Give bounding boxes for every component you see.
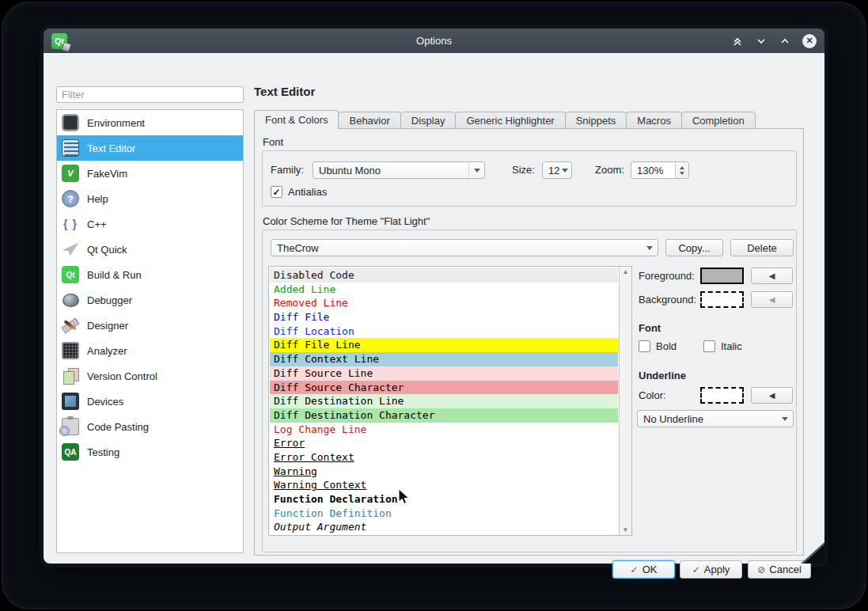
zoom-spinbox[interactable]: 130%	[631, 161, 689, 179]
apply-button[interactable]: ✓ Apply	[680, 560, 742, 579]
color-scheme-list: Disabled CodeAdded LineRemoved LineDiff …	[268, 266, 632, 536]
check-icon: ✓	[631, 564, 639, 575]
chevron-down-icon	[468, 162, 484, 178]
color-scheme-item-warning-context[interactable]: Warning Context	[270, 478, 618, 492]
sidebar-item-debugger[interactable]: Debugger	[57, 287, 243, 313]
scheme-select[interactable]: TheCrow	[271, 239, 658, 256]
color-scheme-item-diff-file[interactable]: Diff File	[270, 310, 618, 324]
scroll-up-icon[interactable]: ▲	[623, 268, 629, 275]
color-scheme-item-warning[interactable]: Warning	[270, 465, 618, 479]
chevron-down-icon	[642, 240, 658, 256]
sidebar-item-label: FakeVim	[87, 168, 127, 180]
tab-snippets[interactable]: Snippets	[565, 112, 627, 129]
color-scheme-item-output-argument[interactable]: Output Argument	[270, 520, 618, 534]
page-title: Text Editor	[254, 85, 315, 98]
tab-pane: Font Family: Ubuntu Mono Size: 12 Zoom: …	[254, 128, 804, 556]
sidebar-item-label: Analyzer	[87, 345, 127, 357]
color-scheme-item-removed-line[interactable]: Removed Line	[270, 296, 618, 310]
tab-display[interactable]: Display	[400, 112, 457, 129]
scroll-down-icon[interactable]: ▼	[623, 526, 629, 533]
color-scheme-item-diff-source-character[interactable]: Diff Source Character	[270, 381, 618, 395]
color-scheme-item-function-declaration[interactable]: Function Declaration	[270, 492, 618, 507]
underline-section-label: Underline	[639, 370, 686, 381]
dialog-body: EnvironmentText EditorVFakeVim?Help{ }C+…	[44, 53, 824, 564]
color-scheme-item-error[interactable]: Error	[270, 436, 618, 450]
color-scheme-item-error-context[interactable]: Error Context	[270, 450, 618, 465]
color-scheme-item-log-change-line[interactable]: Log Change Line	[270, 423, 618, 437]
zoom-label: Zoom:	[595, 164, 624, 176]
tab-bar: Font & ColorsBehaviorDisplayGeneric High…	[254, 110, 755, 129]
background-swatch[interactable]	[700, 291, 744, 308]
sidebar-item-analyzer[interactable]: Analyzer	[57, 338, 243, 363]
cancel-icon: ⊘	[757, 564, 765, 575]
sidebar-item-qt-quick[interactable]: Qt Quick	[57, 237, 243, 262]
sidebar-item-build-run[interactable]: QtBuild & Run	[57, 262, 243, 287]
color-scheme-item-disabled-code[interactable]: Disabled Code	[270, 268, 618, 283]
keep-above-icon[interactable]	[731, 35, 744, 47]
tab-completion[interactable]: Completion	[681, 112, 756, 129]
color-scheme-item-diff-destination-line[interactable]: Diff Destination Line	[270, 394, 618, 408]
sidebar-item-code-pasting[interactable]: Code Pasting	[57, 414, 243, 439]
tab-macros[interactable]: Macros	[626, 112, 682, 129]
underline-style-select[interactable]: No Underline	[637, 410, 794, 427]
cpp-icon: { }	[62, 215, 79, 233]
foreground-erase-button[interactable]: ◀	[751, 268, 793, 284]
check-icon: ✓	[692, 564, 700, 575]
color-scheme-item-diff-context-line[interactable]: Diff Context Line	[270, 352, 618, 366]
sidebar-item-label: Version Control	[87, 370, 157, 382]
background-erase-button[interactable]: ◀	[751, 291, 793, 308]
font-groupbox: Family: Ubuntu Mono Size: 12 Zoom: 130%	[262, 150, 797, 207]
foreground-label: Foreground:	[639, 270, 695, 282]
italic-checkbox[interactable]: Italic	[703, 340, 742, 352]
sidebar-item-devices[interactable]: Devices	[57, 389, 243, 414]
underline-color-swatch[interactable]	[700, 387, 744, 404]
color-scheme-groupbox: TheCrow Copy... Delete Disabled CodeAdde…	[262, 230, 797, 552]
sidebar-item-c[interactable]: { }C++	[57, 211, 243, 237]
sidebar-item-testing[interactable]: QATesting	[57, 439, 243, 465]
maximize-icon[interactable]	[779, 35, 791, 47]
color-scheme-item-diff-location[interactable]: Diff Location	[270, 324, 618, 339]
checkbox-box	[703, 340, 715, 352]
underline-erase-button[interactable]: ◀	[751, 387, 793, 404]
scrollbar[interactable]: ▲ ▼	[619, 267, 631, 535]
copy-button-label: Copy...	[678, 242, 710, 254]
left-arrow-icon: ◀	[769, 271, 775, 280]
sidebar-item-label: Text Editor	[87, 142, 135, 154]
sidebar-item-label: Environment	[87, 117, 145, 129]
ok-button[interactable]: ✓ OK	[612, 560, 675, 579]
font-size-select[interactable]: 12	[542, 161, 572, 179]
delete-button[interactable]: Delete	[730, 239, 794, 256]
antialias-checkbox[interactable]: ✓ Antialias	[271, 186, 327, 198]
bold-checkbox[interactable]: Bold	[639, 340, 677, 352]
sidebar-item-designer[interactable]: Designer	[57, 313, 243, 338]
color-scheme-item-diff-source-line[interactable]: Diff Source Line	[270, 366, 618, 381]
corner-cut	[804, 545, 824, 564]
sidebar-item-version-control[interactable]: Version Control	[57, 363, 243, 389]
checkbox-box	[639, 340, 650, 352]
tab-behavior[interactable]: Behavior	[338, 112, 400, 129]
sidebar-item-fakevim[interactable]: VFakeVim	[57, 161, 243, 186]
titlebar[interactable]: Qt Options ✕	[44, 28, 824, 53]
sidebar-item-environment[interactable]: Environment	[57, 110, 243, 135]
filter-input[interactable]	[56, 86, 244, 103]
close-icon[interactable]: ✕	[802, 34, 817, 48]
minimize-icon[interactable]	[755, 35, 768, 47]
copy-button[interactable]: Copy...	[665, 239, 723, 256]
color-scheme-item-added-line[interactable]: Added Line	[270, 283, 618, 297]
sidebar-item-help[interactable]: ?Help	[57, 186, 243, 211]
underline-style-value: No Underline	[643, 413, 703, 425]
font-family-select[interactable]: Ubuntu Mono	[313, 161, 485, 179]
color-scheme-item-diff-file-line[interactable]: Diff File Line	[270, 338, 618, 352]
font-family-value: Ubuntu Mono	[319, 165, 381, 176]
spinner-arrows-icon[interactable]	[675, 162, 688, 178]
tab-font-colors[interactable]: Font & Colors	[254, 110, 339, 129]
color-scheme-item-function-definition[interactable]: Function Definition	[270, 507, 618, 521]
analyzer-icon	[62, 342, 79, 359]
foreground-swatch[interactable]	[700, 268, 744, 284]
sidebar-item-text-editor[interactable]: Text Editor	[57, 135, 243, 161]
fakevim-icon: V	[62, 165, 79, 182]
tab-generic-highlighter[interactable]: Generic Highlighter	[455, 112, 565, 129]
color-scheme-item-diff-destination-character[interactable]: Diff Destination Character	[270, 408, 618, 423]
ok-button-label: OK	[642, 564, 658, 575]
version-control-icon	[62, 367, 79, 385]
